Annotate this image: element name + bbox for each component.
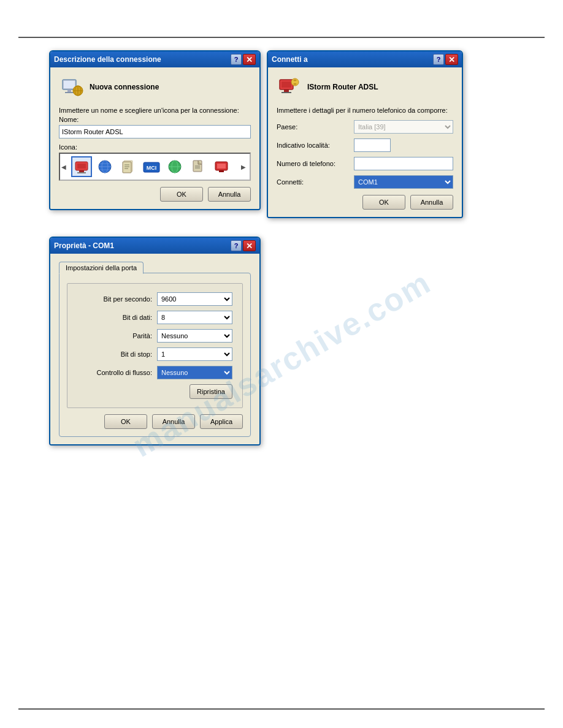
icon-item-6[interactable]	[188, 156, 209, 177]
titlebar-descrizione: Descrizione della connessione ? ✕	[50, 51, 259, 67]
tab-content: Bit per secondo: 9600 Bit di dati: 8	[59, 273, 251, 437]
help-button-2[interactable]: ?	[433, 54, 444, 65]
numero-row: Numero di telefono:	[277, 157, 453, 170]
dialog-descrizione: Descrizione della connessione ? ✕	[49, 50, 261, 210]
bit-dati-select[interactable]: 8	[157, 311, 232, 324]
dialog3-applica-button[interactable]: Applica	[200, 414, 243, 429]
prop-inner: Bit per secondo: 9600 Bit di dati: 8	[67, 283, 243, 408]
flusso-label: Controllo di flusso:	[77, 369, 157, 376]
indicativo-label: Indicativo località:	[277, 142, 350, 149]
connetti-select-wrapper: COM1	[354, 175, 453, 189]
dialog-connetti: Connetti a ? ✕	[267, 50, 463, 218]
icon-strip-right-arrow[interactable]: ▶	[239, 162, 248, 172]
connetti-row: Connetti: COM1	[277, 175, 453, 189]
parita-label: Parità:	[77, 332, 157, 339]
bit-stop-row: Bit di stop: 1	[77, 347, 232, 361]
tab-impostazioni[interactable]: Impostazioni della porta	[59, 262, 144, 274]
indicativo-input[interactable]	[354, 138, 391, 152]
svg-rect-31	[217, 164, 226, 169]
numero-input[interactable]	[354, 157, 453, 170]
dialog-connetti-header: IStorm Router ADSL	[277, 75, 453, 99]
titlebar-connetti: Connetti a ? ✕	[268, 51, 462, 67]
dialog1-ok-button[interactable]: OK	[160, 187, 203, 202]
close-button-1[interactable]: ✕	[243, 54, 256, 65]
svg-rect-3	[64, 81, 75, 88]
red-phone-icon	[277, 75, 301, 99]
tab-bar: Impostazioni della porta	[59, 261, 251, 273]
icona-label: Icona:	[59, 143, 251, 151]
dialog-connetti-body: IStorm Router ADSL Immettere i dettagli …	[268, 67, 462, 217]
titlebar-left: Descrizione della connessione	[54, 55, 161, 64]
svg-text:MCI: MCI	[147, 165, 157, 171]
bits-per-sec-select[interactable]: 9600	[157, 292, 232, 306]
titlebar-proprieta: Proprietà - COM1 ? ✕	[50, 238, 259, 254]
connetti-select[interactable]: COM1	[354, 175, 453, 189]
titlebar-title-proprieta: Proprietà - COM1	[54, 241, 114, 250]
bottom-rule	[18, 708, 545, 710]
indicativo-input-wrapper	[354, 138, 453, 152]
help-button-1[interactable]: ?	[231, 54, 242, 65]
descrizione-desc: Immettere un nome e scegliere un'icona p…	[59, 107, 251, 114]
dialog-proprieta: Proprietà - COM1 ? ✕ Impostazioni della …	[49, 237, 261, 446]
titlebar-proprieta-buttons: ? ✕	[231, 240, 256, 251]
phone-icon	[73, 158, 90, 175]
flusso-select[interactable]: Nessuno	[157, 366, 232, 379]
bits-per-sec-row: Bit per secondo: 9600	[77, 292, 232, 306]
icon-item-2[interactable]	[94, 156, 115, 177]
svg-rect-9	[77, 164, 86, 169]
dialog-proprieta-body: Impostazioni della porta Bit per secondo…	[50, 254, 259, 444]
paese-input-wrapper: Italia [39]	[354, 120, 453, 134]
parita-row: Parità: Nessuno	[77, 329, 232, 343]
globe-icon	[96, 158, 113, 175]
icon-item-7[interactable]	[211, 156, 232, 177]
icon-item-3[interactable]	[118, 156, 139, 177]
icon-strip: ◀	[59, 153, 251, 181]
dialog-descrizione-icon	[59, 75, 83, 99]
connetti-desc: Immettere i dettagli per il numero telef…	[277, 107, 453, 114]
help-button-3[interactable]: ?	[231, 240, 242, 251]
icon-item-4[interactable]: MCI	[141, 156, 162, 177]
dialog2-ok-button[interactable]: OK	[362, 195, 405, 210]
dialogs-row-bottom: Proprietà - COM1 ? ✕ Impostazioni della …	[0, 237, 563, 446]
dialog2-buttons: OK Annulla	[277, 195, 453, 210]
titlebar-title-connetti: Connetti a	[272, 55, 308, 64]
bit-stop-label: Bit di stop:	[77, 351, 157, 358]
red-icon	[213, 158, 230, 175]
connetti-label: Connetti:	[277, 178, 350, 186]
nome-input[interactable]	[59, 125, 251, 138]
dialog-descrizione-header: Nuova connessione	[59, 75, 251, 99]
dialog-connetti-title: IStorm Router ADSL	[307, 83, 378, 91]
svg-rect-36	[282, 92, 291, 93]
dialog3-buttons: OK Annulla Applica	[67, 414, 243, 429]
dialog-descrizione-title: Nuova connessione	[90, 83, 159, 91]
paese-row: Paese: Italia [39]	[277, 120, 453, 134]
close-button-3[interactable]: ✕	[243, 240, 256, 251]
titlebar-connetti-buttons: ? ✕	[433, 54, 458, 65]
svg-rect-2	[65, 92, 74, 93]
svg-rect-10	[79, 170, 84, 172]
paese-select[interactable]: Italia [39]	[354, 120, 453, 134]
flusso-row: Controllo di flusso: Nessuno	[77, 366, 232, 379]
bit-stop-select[interactable]: 1	[157, 347, 232, 361]
icon-strip-left-arrow[interactable]: ◀	[61, 164, 66, 170]
dialog1-buttons: OK Annulla	[59, 187, 251, 202]
mci-icon: MCI	[142, 158, 161, 175]
dialog2-annulla-button[interactable]: Annulla	[410, 195, 453, 210]
titlebar-connetti-left: Connetti a	[272, 55, 308, 64]
parita-select[interactable]: Nessuno	[157, 329, 232, 343]
bit-dati-label: Bit di dati:	[77, 314, 157, 321]
close-button-2[interactable]: ✕	[445, 54, 458, 65]
paese-label: Paese:	[277, 123, 350, 131]
svg-rect-1	[67, 89, 71, 92]
nome-label: Nome:	[59, 116, 251, 123]
document-icon	[120, 158, 137, 175]
bit-dati-row: Bit di dati: 8	[77, 311, 232, 324]
dialog1-annulla-button[interactable]: Annulla	[208, 187, 251, 202]
icon-item-5[interactable]	[164, 156, 185, 177]
ripristina-button[interactable]: Ripristina	[190, 384, 232, 399]
numero-input-wrapper	[354, 157, 453, 170]
dialog3-annulla-button[interactable]: Annulla	[152, 414, 195, 429]
dialog-connetti-icon	[277, 75, 301, 99]
dialog3-ok-button[interactable]: OK	[104, 414, 147, 429]
icon-item-1[interactable]	[71, 156, 92, 177]
